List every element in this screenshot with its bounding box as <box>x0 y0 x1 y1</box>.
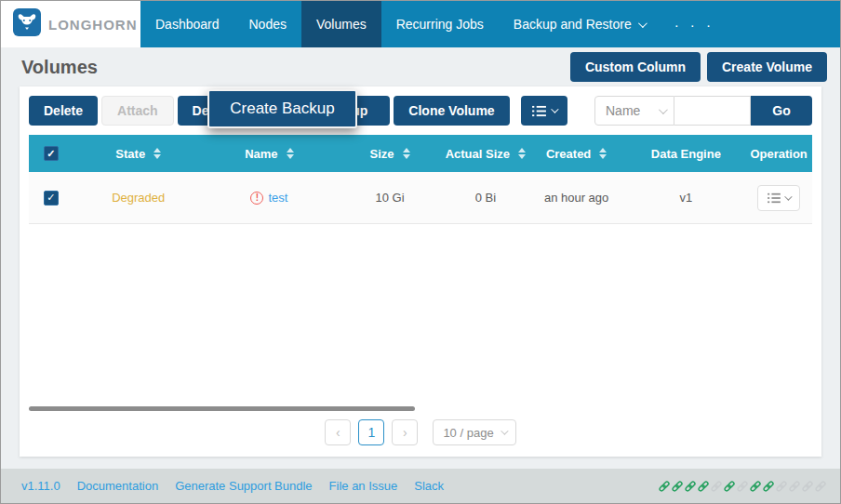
instance-links <box>658 480 827 493</box>
row-checkbox[interactable]: ✓ <box>44 191 59 206</box>
chain-link-icon <box>814 480 827 493</box>
chevron-down-icon <box>638 19 647 28</box>
volume-name-link[interactable]: test <box>268 191 287 205</box>
chain-link-icon <box>801 480 814 493</box>
chevron-down-icon <box>501 427 508 434</box>
longhorn-bull-icon <box>13 8 41 40</box>
chevron-down-icon <box>659 105 668 114</box>
page-title: Volumes <box>21 57 570 78</box>
chain-link-icon <box>671 480 684 493</box>
footer: v1.11.0 Documentation Generate Support B… <box>1 469 840 503</box>
volumes-card: Delete Attach Detach Create Backup Clone… <box>20 86 821 457</box>
nav-item-nodes[interactable]: Nodes <box>234 1 301 47</box>
attach-button[interactable]: Attach <box>101 96 174 126</box>
next-page-button[interactable]: › <box>392 419 418 445</box>
sort-icon[interactable] <box>599 148 607 159</box>
chain-link-icon <box>775 480 788 493</box>
select-all-checkbox[interactable]: ✓ <box>44 146 59 161</box>
page-1-button[interactable]: 1 <box>358 419 384 445</box>
volumes-table: ✓ State Name Size Actual Size <box>29 135 812 224</box>
column-header-state[interactable]: State <box>73 147 204 161</box>
prev-page-button[interactable]: ‹ <box>325 419 351 445</box>
chain-link-icon <box>684 480 697 493</box>
table-header-row: ✓ State Name Size Actual Size <box>29 135 812 172</box>
longhorn-app-window: LONGHORN Dashboard Nodes Volumes Recurri… <box>0 0 841 504</box>
create-backup-click-overlay[interactable]: Create Backup <box>207 89 357 128</box>
delete-button[interactable]: Delete <box>29 96 98 126</box>
version-link[interactable]: v1.11.0 <box>21 479 60 493</box>
chevron-down-icon <box>551 105 558 113</box>
nav-item-backup-and-restore[interactable]: Backup and Restore <box>499 1 660 47</box>
sort-icon[interactable] <box>403 148 410 159</box>
sort-icon[interactable] <box>287 148 294 159</box>
page-header: Volumes Custom Column Create Volume <box>1 47 840 86</box>
custom-column-button[interactable]: Custom Column <box>570 52 701 82</box>
chain-link-icon <box>788 480 801 493</box>
clone-volume-button[interactable]: Clone Volume <box>394 96 509 126</box>
column-header-operation: Operation <box>745 147 812 161</box>
nav-item-recurring-jobs[interactable]: Recurring Jobs <box>381 1 499 47</box>
column-header-actual-size[interactable]: Actual Size <box>445 147 527 161</box>
row-operation-dropdown[interactable] <box>757 185 800 211</box>
slack-link[interactable]: Slack <box>414 479 444 493</box>
unordered-list-icon <box>768 192 781 204</box>
horizontal-scrollbar[interactable] <box>29 406 415 411</box>
search-input[interactable] <box>674 96 751 126</box>
warning-icon: ! <box>250 192 263 205</box>
nav-item-dashboard[interactable]: Dashboard <box>140 1 234 47</box>
chain-link-icon <box>749 480 762 493</box>
nav-menu: Dashboard Nodes Volumes Recurring Jobs B… <box>140 1 729 47</box>
pagination: ‹ 1 › 10 / page <box>20 419 821 445</box>
brand-name: LONGHORN <box>48 17 138 33</box>
chain-link-icon <box>710 480 723 493</box>
more-actions-dropdown[interactable] <box>521 96 567 126</box>
documentation-link[interactable]: Documentation <box>77 479 158 493</box>
table-row: ✓ Degraded ! test 10 Gi 0 Bi an hour ago… <box>29 172 812 224</box>
search-group: Name Go <box>594 96 812 126</box>
column-header-name[interactable]: Name <box>204 147 336 161</box>
volume-toolbar: Delete Attach Detach Create Backup Clone… <box>20 86 821 135</box>
nav-item-volumes[interactable]: Volumes <box>301 1 381 47</box>
longhorn-logo[interactable]: LONGHORN <box>1 1 140 47</box>
volume-actual-size: 0 Bi <box>445 191 527 205</box>
search-go-button[interactable]: Go <box>751 96 812 126</box>
page-size-select[interactable]: 10 / page <box>433 419 515 445</box>
column-header-data-engine: Data Engine <box>626 147 745 161</box>
volume-created: an hour ago <box>527 191 627 205</box>
column-header-size[interactable]: Size <box>335 147 445 161</box>
chain-link-icon <box>723 480 736 493</box>
top-navbar: LONGHORN Dashboard Nodes Volumes Recurri… <box>1 1 840 47</box>
chevron-down-icon <box>784 192 792 200</box>
create-volume-button[interactable]: Create Volume <box>707 52 827 82</box>
sort-icon[interactable] <box>154 148 161 159</box>
search-field-select[interactable]: Name <box>594 96 674 126</box>
chain-link-icon <box>762 480 775 493</box>
chain-link-icon <box>736 480 749 493</box>
generate-support-bundle-link[interactable]: Generate Support Bundle <box>175 479 312 493</box>
volume-data-engine: v1 <box>626 191 745 205</box>
chain-link-icon <box>658 480 671 493</box>
column-header-created[interactable]: Created <box>527 147 627 161</box>
chain-link-icon <box>697 480 710 493</box>
nav-item-more[interactable]: · · · <box>660 1 729 47</box>
volume-state: Degraded <box>73 191 204 205</box>
unordered-list-icon <box>532 105 546 117</box>
volume-size: 10 Gi <box>335 191 445 205</box>
sort-icon[interactable] <box>518 148 526 159</box>
file-an-issue-link[interactable]: File an Issue <box>329 479 398 493</box>
